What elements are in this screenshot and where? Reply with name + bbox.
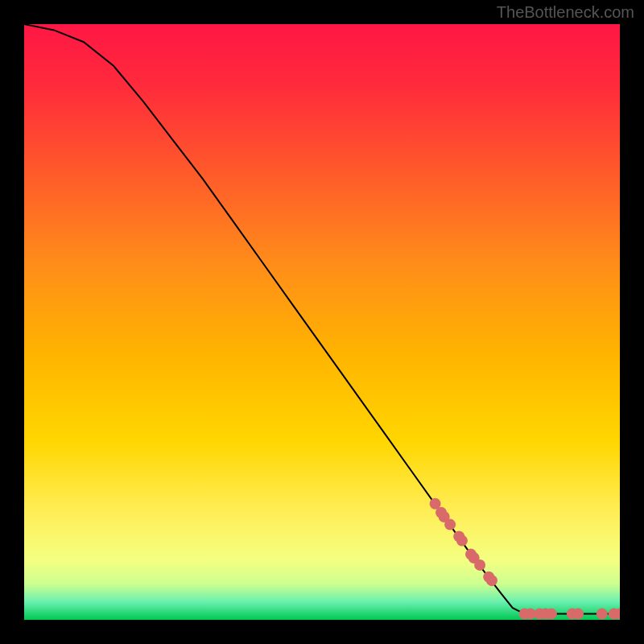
data-marker: [546, 609, 557, 620]
watermark-text: TheBottleneck.com: [497, 3, 634, 22]
data-marker: [572, 609, 584, 620]
gradient-background: [24, 24, 620, 620]
data-marker: [474, 559, 485, 571]
plot-area: [24, 24, 620, 620]
data-marker: [444, 519, 456, 530]
data-marker: [486, 575, 497, 586]
chart-svg: [24, 24, 620, 620]
data-marker: [597, 609, 608, 620]
chart-container: TheBottleneck.com: [0, 0, 644, 644]
data-marker: [456, 535, 468, 547]
